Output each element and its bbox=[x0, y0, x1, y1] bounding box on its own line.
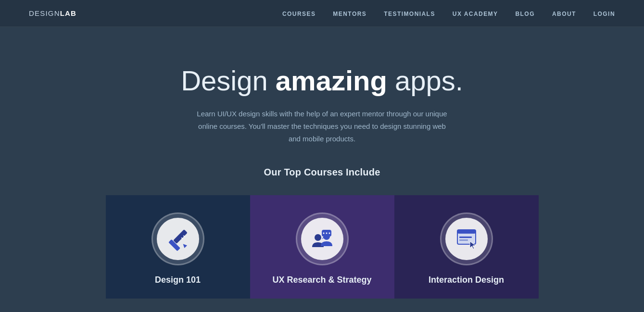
svg-point-5 bbox=[315, 234, 321, 241]
nav-about[interactable]: ABOUT bbox=[552, 11, 576, 17]
card-icon-bg-interaction bbox=[440, 212, 493, 265]
navbar: DESIGN LAB COURSES MENTORS TESTIMONIALS … bbox=[0, 0, 644, 27]
hero-headline: Design amazing apps. bbox=[181, 65, 463, 96]
svg-rect-0 bbox=[173, 229, 188, 244]
courses-section-heading: Our Top Courses Include bbox=[264, 167, 380, 178]
card-title-interaction: Interaction Design bbox=[429, 275, 504, 285]
svg-point-10 bbox=[328, 232, 330, 234]
logo-lab-text: LAB bbox=[60, 9, 76, 17]
hero-section: Design amazing apps. Learn UI/UX design … bbox=[0, 27, 644, 312]
nav-courses[interactable]: COURSES bbox=[282, 11, 316, 17]
svg-rect-13 bbox=[457, 230, 476, 234]
nav-blog[interactable]: BLOG bbox=[515, 11, 534, 17]
svg-rect-14 bbox=[459, 237, 472, 238]
nav-login[interactable]: LOGIN bbox=[593, 11, 615, 17]
svg-line-3 bbox=[183, 235, 185, 237]
nav-links: COURSES MENTORS TESTIMONIALS UX ACADEMY … bbox=[282, 9, 615, 18]
course-card-ux-research[interactable]: UX Research & Strategy bbox=[250, 195, 394, 299]
nav-mentors[interactable]: MENTORS bbox=[333, 11, 366, 17]
svg-line-4 bbox=[181, 237, 183, 239]
ux-research-icon bbox=[301, 218, 343, 260]
svg-marker-2 bbox=[181, 242, 187, 248]
card-title-ux: UX Research & Strategy bbox=[272, 275, 371, 285]
card-icon-bg-ux bbox=[296, 212, 349, 265]
headline-start: Design bbox=[181, 65, 276, 96]
svg-point-8 bbox=[323, 232, 324, 234]
logo-design-text: DESIGN bbox=[29, 9, 60, 17]
courses-cards-row: Design 101 bbox=[101, 195, 543, 299]
card-title-design101: Design 101 bbox=[155, 275, 201, 285]
svg-point-9 bbox=[326, 232, 327, 234]
headline-bold: amazing bbox=[276, 65, 387, 96]
interaction-design-icon bbox=[445, 218, 488, 260]
svg-rect-15 bbox=[459, 239, 468, 241]
headline-end: apps. bbox=[387, 65, 463, 96]
card-icon-bg-design101 bbox=[152, 212, 204, 265]
nav-testimonials[interactable]: TESTIMONIALS bbox=[384, 11, 435, 17]
logo: DESIGN LAB bbox=[29, 9, 76, 17]
nav-ux-academy[interactable]: UX ACADEMY bbox=[453, 11, 498, 17]
course-card-interaction[interactable]: Interaction Design bbox=[394, 195, 539, 299]
design-tools-icon bbox=[157, 218, 199, 260]
hero-subtext: Learn UI/UX design skills with the help … bbox=[192, 108, 452, 146]
course-card-design101[interactable]: Design 101 bbox=[106, 195, 250, 299]
